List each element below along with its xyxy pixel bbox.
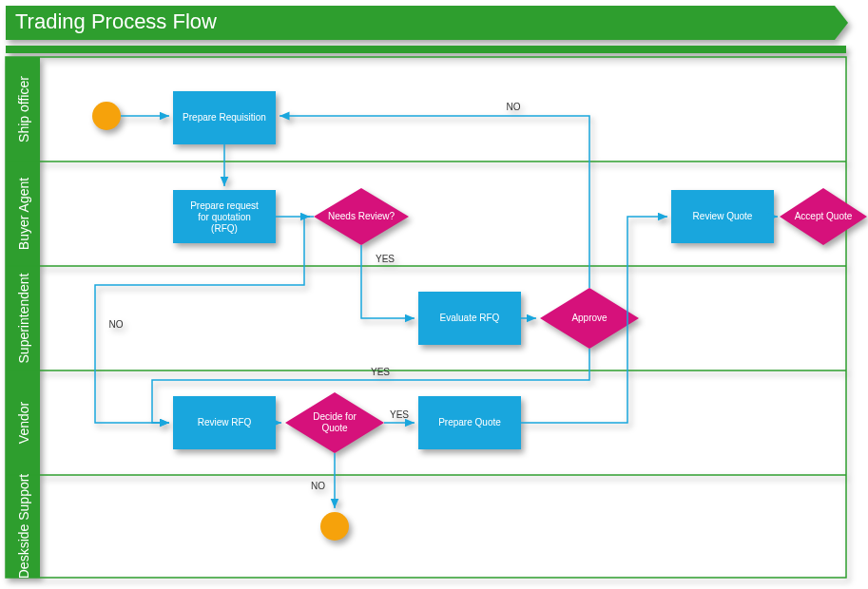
- node-prepare-requisition: Prepare Requisition: [173, 91, 276, 144]
- node-decide-quote: Decide for Quote: [285, 392, 384, 453]
- node-evaluate-rfq: Evaluate RFQ: [418, 292, 521, 345]
- svg-text:Prepare Requisition: Prepare Requisition: [183, 112, 266, 123]
- flow-needsreview-no-b: [95, 332, 169, 423]
- lane-label-desk: Deskside Support: [16, 474, 31, 580]
- label-decide-no: NO: [311, 481, 325, 491]
- lane-label-vendor: Vendor: [16, 401, 31, 444]
- start-node: [92, 102, 121, 130]
- svg-text:Review RFQ: Review RFQ: [198, 417, 252, 428]
- svg-text:Quote: Quote: [321, 423, 348, 433]
- node-review-rfq: Review RFQ: [173, 396, 276, 449]
- svg-text:Evaluate RFQ: Evaluate RFQ: [440, 313, 500, 323]
- lane-label-buyer: Buyer Agent: [16, 178, 31, 250]
- label-needsreview-no: NO: [109, 319, 124, 330]
- node-approve: Approve: [540, 288, 639, 349]
- svg-text:Accept Quote: Accept Quote: [795, 211, 853, 221]
- title-ribbon: Trading Process Flow: [6, 6, 848, 53]
- lane-label-ship: Ship officer: [16, 76, 31, 142]
- label-decide-yes: YES: [390, 409, 409, 420]
- svg-text:Review Quote: Review Quote: [693, 211, 753, 221]
- node-review-quote: Review Quote: [671, 190, 774, 243]
- node-accept-quote: Accept Quote: [780, 188, 867, 245]
- svg-text:Needs Review?: Needs Review?: [328, 211, 395, 221]
- svg-text:Prepare Quote: Prepare Quote: [438, 417, 501, 428]
- label-approve-yes: YES: [371, 367, 390, 377]
- swimlane-diagram: Trading Process Flow Ship officer Buyer …: [0, 0, 868, 589]
- end-node: [320, 512, 349, 541]
- node-needs-review: Needs Review?: [314, 188, 409, 245]
- diagram-title: Trading Process Flow: [15, 10, 217, 33]
- svg-text:Approve: Approve: [571, 313, 608, 323]
- svg-text:(RFQ): (RFQ): [211, 223, 238, 234]
- node-prepare-quote: Prepare Quote: [418, 396, 521, 449]
- svg-text:for quotation: for quotation: [198, 212, 251, 222]
- svg-text:Prepare request: Prepare request: [190, 200, 259, 211]
- node-prepare-rfq: Prepare request for quotation (RFQ): [173, 190, 276, 243]
- label-approve-no: NO: [507, 102, 521, 112]
- label-needsreview-yes: YES: [376, 254, 395, 264]
- svg-rect-1: [6, 46, 846, 53]
- lane-label-super: Superintendent: [16, 273, 31, 363]
- svg-text:Decide for: Decide for: [313, 411, 357, 422]
- flow-approve-no: [280, 116, 589, 288]
